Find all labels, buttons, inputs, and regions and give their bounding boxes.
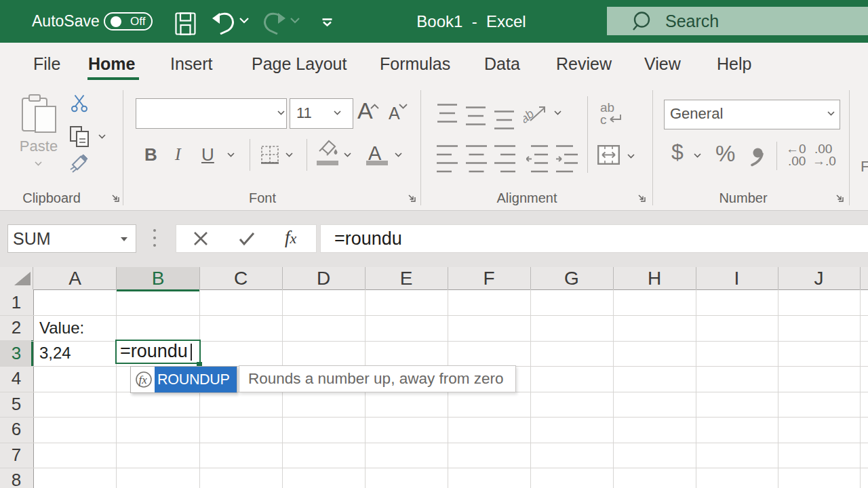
svg-text:→.0: →.0: [812, 154, 836, 168]
svg-text:fx: fx: [139, 373, 148, 386]
svg-text:.00: .00: [788, 154, 806, 168]
svg-text:c: c: [600, 113, 607, 126]
svg-text:ab: ab: [524, 107, 536, 125]
